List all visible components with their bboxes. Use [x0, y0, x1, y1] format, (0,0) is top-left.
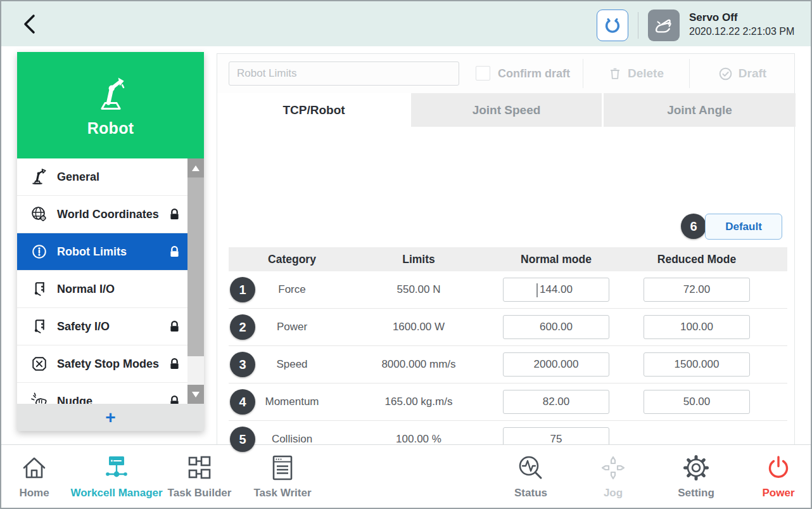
bottom-navigation: Home Workcell Manager	[1, 444, 811, 508]
globe-icon	[30, 205, 49, 224]
app-window: Servo Off 2020.12.22 2:21:03 PM Robot	[0, 0, 812, 509]
confirm-draft-label: Confirm draft	[498, 67, 570, 81]
tab-joint-angle[interactable]: Joint Angle	[604, 93, 796, 127]
triangle-down-icon	[192, 392, 200, 397]
stop-octagon-icon	[30, 354, 49, 373]
sidebar-item-safety-stop-modes[interactable]: Safety Stop Modes	[17, 345, 204, 383]
gear-icon	[681, 453, 711, 483]
limit-cell: 550.00 N	[355, 283, 482, 296]
servo-mode-indicator[interactable]	[648, 10, 680, 41]
triangle-up-icon	[192, 165, 200, 171]
sidebar-item-safety-io[interactable]: Safety I/O	[17, 308, 204, 345]
trash-icon	[608, 67, 622, 81]
normal-mode-input[interactable]: 2000.000	[503, 352, 609, 377]
reduced-mode-input[interactable]: 50.00	[644, 390, 750, 414]
workcell-icon	[101, 453, 132, 483]
callout-5: 5	[230, 427, 255, 452]
io-port-icon	[30, 280, 49, 299]
lock-icon	[168, 358, 181, 371]
reduced-mode-input[interactable]: 1500.000	[644, 352, 750, 377]
workcell-sidebar: Robot General	[17, 52, 204, 431]
sidebar-item-label: Normal I/O	[57, 283, 115, 296]
limits-tabs: TCP/Robot Joint Speed Joint Angle	[217, 93, 794, 127]
callout-1: 1	[230, 277, 255, 302]
jog-icon	[598, 453, 628, 483]
task-builder-icon	[184, 453, 215, 483]
draft-button[interactable]: Draft	[689, 54, 796, 93]
table-row: 1 Force 550.00 N 144.00 72.00	[229, 271, 787, 309]
callout-6: 6	[681, 214, 706, 239]
hand-guide-mode-button[interactable]	[597, 10, 628, 41]
robot-limits-panel: Confirm draft Delete Draft TCP/Robot	[217, 53, 795, 447]
sidebar-header: Robot	[17, 52, 204, 158]
scrollbar-thumb[interactable]	[187, 177, 204, 356]
sidebar-item-robot-limits[interactable]: Robot Limits	[17, 233, 204, 271]
sidebar-item-label: Safety Stop Modes	[57, 358, 159, 371]
nav-setting[interactable]: Setting	[658, 453, 734, 499]
servo-timestamp: 2020.12.22 2:21:03 PM	[689, 25, 794, 39]
table-row: 2 Power 1600.00 W 600.00 100.00	[229, 309, 787, 346]
lock-icon	[168, 395, 181, 404]
sidebar-item-label: World Coordinates	[57, 208, 159, 221]
lock-icon	[168, 208, 181, 221]
power-icon	[763, 453, 794, 483]
normal-mode-input[interactable]: 600.00	[503, 315, 609, 339]
topbar-divider	[638, 12, 638, 39]
callout-4: 4	[230, 389, 255, 415]
limits-table: Category Limits Normal mode Reduced Mode…	[229, 247, 787, 458]
nav-task-builder[interactable]: Task Builder	[155, 453, 244, 499]
confirm-draft-checkbox[interactable]	[476, 66, 490, 81]
column-header-normal-mode: Normal mode	[482, 253, 630, 266]
reduced-mode-input[interactable]: 72.00	[644, 278, 750, 302]
top-bar: Servo Off 2020.12.22 2:21:03 PM	[1, 1, 811, 46]
sidebar-scrollbar[interactable]	[187, 158, 204, 404]
sidebar-item-nudge[interactable]: Nudge	[17, 383, 204, 404]
reduced-mode-input[interactable]: 100.00	[644, 315, 750, 339]
table-row: 4 Momentum 165.00 kg.m/s 82.00 50.00	[229, 383, 787, 421]
delete-button[interactable]: Delete	[583, 54, 689, 93]
task-writer-icon	[267, 453, 298, 483]
io-port-icon	[30, 317, 49, 336]
limits-icon	[30, 242, 49, 261]
column-header-category: Category	[229, 253, 355, 266]
back-button[interactable]	[18, 10, 46, 38]
sidebar-item-normal-io[interactable]: Normal I/O	[17, 271, 204, 308]
nudge-hand-icon	[30, 392, 49, 404]
lock-icon	[168, 320, 181, 333]
sidebar-item-general[interactable]: General	[17, 158, 204, 196]
check-circle-icon	[718, 67, 733, 81]
nav-home[interactable]: Home	[3, 453, 66, 499]
column-header-reduced-mode: Reduced Mode	[630, 253, 763, 266]
limit-cell: 100.00 %	[355, 433, 482, 446]
nav-task-writer[interactable]: Task Writer	[238, 453, 327, 499]
limit-cell: 1600.00 W	[355, 321, 482, 333]
robot-arm-header-icon	[91, 74, 130, 113]
sidebar-item-label: Nudge	[57, 395, 92, 404]
normal-mode-input[interactable]: 82.00	[503, 390, 609, 414]
nav-status[interactable]: Status	[493, 453, 569, 499]
scroll-down-button[interactable]	[187, 385, 204, 404]
sidebar-item-label: Robot Limits	[57, 245, 127, 259]
servo-status: Servo Off	[689, 11, 794, 25]
status-icon	[516, 453, 546, 483]
sidebar-item-world-coordinates[interactable]: World Coordinates	[17, 196, 204, 233]
callout-2: 2	[230, 314, 255, 340]
plus-icon: +	[105, 409, 115, 427]
nav-power[interactable]: Power	[744, 453, 812, 499]
hand-icon	[652, 13, 676, 37]
sidebar-list: General World Coordinates	[17, 158, 204, 404]
scroll-up-button[interactable]	[187, 158, 204, 177]
text-caret	[536, 283, 538, 297]
home-icon	[19, 453, 49, 483]
panel-toolbar: Confirm draft Delete Draft	[217, 54, 794, 93]
normal-mode-input[interactable]: 144.00	[503, 278, 609, 302]
nav-jog[interactable]: Jog	[581, 453, 645, 499]
robot-arm-icon	[30, 167, 49, 186]
limits-name-input[interactable]	[229, 61, 459, 86]
add-workcell-item-button[interactable]: +	[17, 404, 204, 431]
default-button[interactable]: Default	[705, 214, 782, 240]
gripper-icon	[601, 14, 624, 37]
tab-joint-speed[interactable]: Joint Speed	[411, 93, 602, 127]
tab-tcp-robot[interactable]: TCP/Robot	[217, 93, 410, 127]
chevron-left-icon	[18, 11, 43, 37]
